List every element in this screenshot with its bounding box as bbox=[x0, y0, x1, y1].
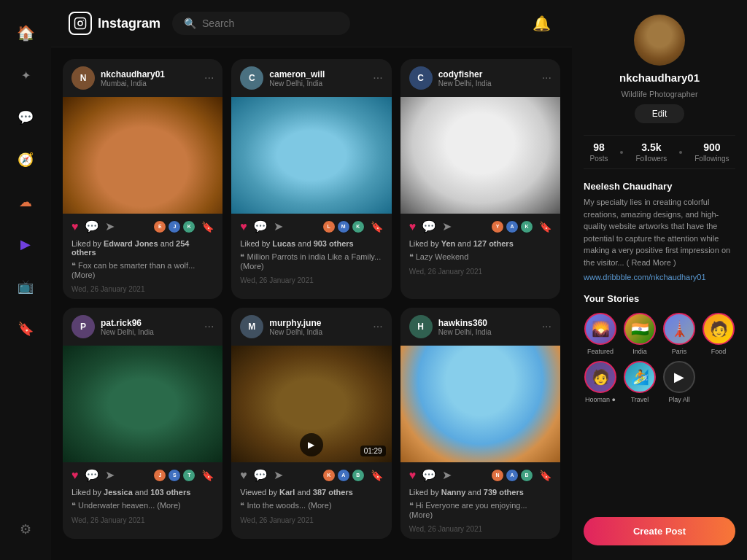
search-input[interactable] bbox=[202, 18, 338, 29]
more-options-icon[interactable]: ··· bbox=[373, 71, 382, 85]
posts-count: 98 bbox=[593, 141, 605, 153]
post-date: Wed, 26 January 2021 bbox=[400, 524, 560, 539]
right-panel: nkchaudhary01 Wildlife Photographer Edit… bbox=[572, 0, 747, 560]
avatar: P bbox=[71, 315, 95, 338]
sidebar-item-cloud[interactable]: ☁ bbox=[9, 186, 42, 218]
comment-button[interactable]: 💬 bbox=[422, 468, 436, 482]
save-button[interactable]: 🔖 bbox=[539, 470, 551, 481]
more-options-icon[interactable]: ··· bbox=[542, 71, 551, 85]
topbar: Instagram 🔍 🔔 bbox=[51, 0, 572, 47]
story-item-food[interactable]: 🧑 Food bbox=[702, 313, 735, 355]
save-button[interactable]: 🔖 bbox=[371, 221, 383, 233]
svg-rect-0 bbox=[75, 18, 86, 29]
post-username: pat.rick96 bbox=[101, 318, 198, 328]
share-button[interactable]: ➤ bbox=[442, 219, 452, 233]
play-button[interactable]: ▶ bbox=[300, 433, 323, 456]
posts-label: Posts bbox=[589, 155, 608, 163]
story-label: Hooman ● bbox=[585, 396, 616, 403]
like-button[interactable]: ♥ bbox=[240, 469, 247, 482]
comment-button[interactable]: 💬 bbox=[422, 219, 436, 233]
comment-button[interactable]: 💬 bbox=[85, 468, 99, 482]
save-button[interactable]: 🔖 bbox=[539, 221, 551, 233]
stat-followers: 3.5k Followers bbox=[635, 141, 667, 163]
story-item-india[interactable]: 🇮🇳 India bbox=[623, 313, 657, 355]
share-button[interactable]: ➤ bbox=[274, 468, 283, 482]
story-item-paris[interactable]: 🗼 Paris bbox=[662, 313, 696, 355]
story-label: India bbox=[632, 348, 647, 355]
followers-count: 3.5k bbox=[641, 141, 661, 153]
post-actions: ♥ 💬 ➤ Y A K 🔖 bbox=[400, 214, 560, 239]
story-circle: ▶ bbox=[663, 361, 695, 393]
story-item-play-all[interactable]: ▶ Play All bbox=[662, 361, 696, 403]
sidebar-item-bookmark[interactable]: 🔖 bbox=[9, 313, 42, 345]
save-button[interactable]: 🔖 bbox=[371, 470, 383, 481]
profile-section: nkchaudhary01 Wildlife Photographer Edit bbox=[584, 15, 735, 123]
edit-profile-button[interactable]: Edit bbox=[635, 104, 685, 123]
feed-area: N nkchaudhary01 Mumbai, India ··· ♥ 💬 ➤ bbox=[51, 47, 572, 560]
sidebar-item-chat[interactable]: 💬 bbox=[9, 101, 42, 133]
sidebar-item-star[interactable]: ✦ bbox=[9, 59, 42, 91]
comment-button[interactable]: 💬 bbox=[253, 468, 268, 482]
post-card: N nkchaudhary01 Mumbai, India ··· ♥ 💬 ➤ bbox=[63, 59, 222, 299]
profile-avatar bbox=[634, 15, 685, 66]
logo-area: Instagram bbox=[69, 12, 160, 35]
avatar: N bbox=[71, 66, 95, 90]
post-header: H hawkins360 New Delhi, India ··· bbox=[400, 308, 560, 346]
stories-title: Your Stories bbox=[584, 293, 735, 304]
viewer-avatars: K A B bbox=[322, 469, 365, 482]
sidebar-item-tv[interactable]: 📺 bbox=[9, 271, 42, 303]
like-button[interactable]: ♥ bbox=[409, 469, 417, 482]
sidebar-item-home[interactable]: 🏠 bbox=[9, 17, 42, 49]
post-header: P pat.rick96 New Delhi, India ··· bbox=[63, 308, 222, 346]
like-button[interactable]: ♥ bbox=[71, 220, 79, 233]
like-button[interactable]: ♥ bbox=[409, 220, 417, 233]
post-location: New Delhi, India bbox=[101, 328, 198, 336]
comment-button[interactable]: 💬 bbox=[253, 219, 268, 233]
story-label: Travel bbox=[631, 396, 649, 403]
notification-button[interactable]: 🔔 bbox=[528, 10, 554, 36]
stat-posts: 98 Posts bbox=[589, 141, 608, 163]
story-label: Play All bbox=[668, 396, 690, 403]
svg-point-1 bbox=[78, 21, 82, 26]
more-options-icon[interactable]: ··· bbox=[542, 320, 551, 333]
story-item-featured[interactable]: 🌄 Featured bbox=[584, 313, 617, 355]
settings-icon[interactable]: ⚙ bbox=[9, 513, 42, 545]
viewer-avatars: E J K bbox=[153, 220, 196, 233]
post-header: C cameron_will New Delhi, India ··· bbox=[231, 59, 391, 97]
post-likes: Liked by Jessica and 103 others bbox=[63, 488, 222, 499]
post-caption: ❝ Into the woods... (More) bbox=[231, 499, 391, 515]
share-button[interactable]: ➤ bbox=[274, 219, 283, 233]
sidebar-item-play[interactable]: ▶ bbox=[9, 228, 42, 260]
search-bar[interactable]: 🔍 bbox=[172, 12, 350, 35]
viewer-avatars: N A B bbox=[491, 469, 533, 482]
more-options-icon[interactable]: ··· bbox=[373, 320, 382, 333]
post-date: Wed, 26 January 2021 bbox=[400, 266, 560, 281]
post-image: ▶ 01:29 bbox=[231, 346, 391, 462]
followings-label: Followings bbox=[694, 155, 729, 163]
logo-icon bbox=[69, 12, 92, 35]
profile-name: nkchaudhary01 bbox=[619, 71, 700, 84]
post-actions: ♥ 💬 ➤ N A B 🔖 bbox=[400, 462, 560, 488]
stat-followings: 900 Followings bbox=[694, 141, 729, 163]
post-username: codyfisher bbox=[438, 69, 536, 79]
profile-link[interactable]: www.dribbble.com/nkchaudhary01 bbox=[584, 273, 735, 281]
more-options-icon[interactable]: ··· bbox=[204, 71, 214, 85]
like-button[interactable]: ♥ bbox=[240, 220, 247, 233]
create-post-button[interactable]: Create Post bbox=[584, 517, 735, 545]
share-button[interactable]: ➤ bbox=[105, 219, 115, 233]
like-button[interactable]: ♥ bbox=[71, 469, 79, 482]
sidebar: 🏠 ✦ 💬 🧭 ☁ ▶ 📺 🔖 ⚙ bbox=[0, 0, 51, 560]
share-button[interactable]: ➤ bbox=[105, 468, 115, 482]
story-item-hooman[interactable]: 🧑 Hooman ● bbox=[584, 361, 617, 403]
share-button[interactable]: ➤ bbox=[442, 468, 452, 482]
story-item-travel[interactable]: 🏄 Travel bbox=[623, 361, 657, 403]
sidebar-item-compass[interactable]: 🧭 bbox=[9, 144, 42, 176]
stories-section: Your Stories 🌄 Featured 🇮🇳 India 🗼 Paris bbox=[584, 293, 735, 403]
comment-button[interactable]: 💬 bbox=[85, 219, 99, 233]
save-button[interactable]: 🔖 bbox=[201, 470, 214, 481]
post-location: New Delhi, India bbox=[269, 328, 367, 336]
save-button[interactable]: 🔖 bbox=[201, 221, 214, 233]
more-options-icon[interactable]: ··· bbox=[204, 320, 214, 333]
story-label: Featured bbox=[587, 348, 614, 355]
story-circle: 🌄 bbox=[584, 313, 616, 345]
